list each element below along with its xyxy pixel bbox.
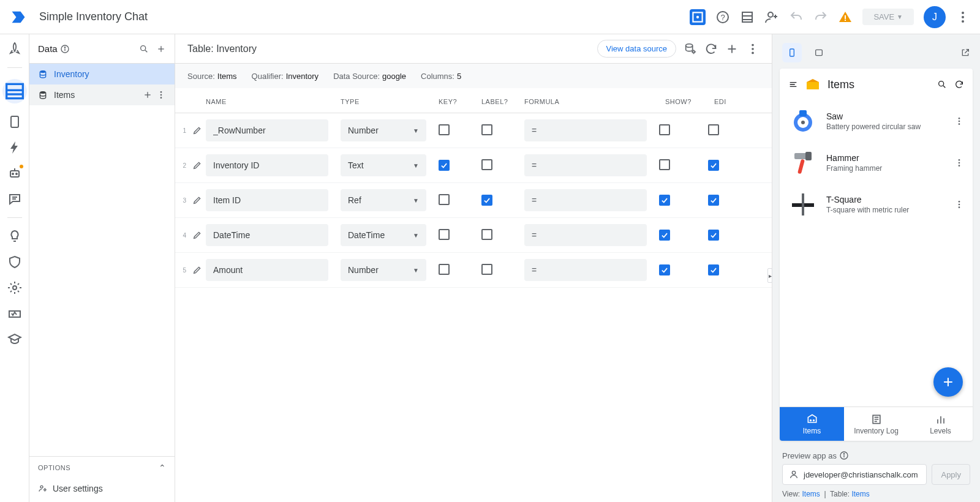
formula-input[interactable] [524, 189, 647, 211]
column-name-input[interactable] [206, 119, 328, 141]
preview-tablet-tab[interactable] [809, 43, 829, 62]
app-menu-icon[interactable] [788, 80, 798, 89]
apply-button[interactable]: Apply [932, 464, 970, 485]
warning-icon[interactable] [838, 10, 853, 24]
checkbox[interactable] [708, 195, 719, 206]
list-item[interactable]: HammerFraming hammer [780, 142, 973, 184]
checkbox[interactable] [659, 124, 670, 135]
item-more-icon[interactable] [954, 158, 964, 168]
checkbox[interactable] [659, 230, 670, 241]
rail-manage-icon[interactable] [7, 306, 22, 321]
edit-icon[interactable] [189, 126, 206, 135]
user-settings[interactable]: User settings [29, 479, 175, 502]
column-type-select[interactable]: Text▼ [341, 154, 426, 176]
checkbox[interactable] [659, 159, 670, 170]
checkbox[interactable] [439, 194, 450, 205]
rail-data-icon[interactable] [2, 79, 27, 103]
undo-icon[interactable] [789, 10, 804, 24]
formula-input[interactable] [524, 224, 647, 246]
rail-chat-icon[interactable] [7, 192, 22, 206]
svg-point-88 [843, 454, 844, 454]
panel-expander[interactable]: ▸ [767, 268, 772, 283]
present-icon[interactable] [690, 9, 706, 25]
svg-point-48 [752, 43, 754, 46]
more-icon[interactable] [156, 90, 166, 100]
refresh-icon[interactable] [704, 42, 718, 56]
checkbox[interactable] [439, 124, 450, 135]
checkbox[interactable] [439, 160, 450, 171]
more-icon[interactable] [956, 10, 970, 24]
app-refresh-icon[interactable] [954, 80, 964, 89]
checkbox[interactable] [659, 195, 670, 206]
preview-email-input[interactable]: jdeveloper@christianschalk.com [782, 464, 927, 485]
search-icon[interactable] [139, 44, 149, 54]
svg-rect-18 [11, 116, 18, 127]
nav-inventory-log[interactable]: Inventory Log [844, 407, 908, 441]
formula-input[interactable] [524, 119, 647, 141]
view-data-source-button[interactable]: View data source [597, 40, 677, 58]
data-table-items[interactable]: Items [29, 84, 175, 105]
checkbox[interactable] [708, 160, 719, 171]
preview-mobile-tab[interactable] [782, 43, 802, 62]
table-link[interactable]: Items [851, 490, 869, 498]
checkbox[interactable] [439, 229, 450, 240]
edit-icon[interactable] [189, 265, 206, 275]
checkbox[interactable] [659, 264, 670, 275]
column-type-select[interactable]: Ref▼ [341, 189, 426, 211]
list-item[interactable]: T-SquareT-square with metric ruler [780, 184, 973, 225]
item-more-icon[interactable] [954, 116, 964, 126]
table-more-icon[interactable] [746, 42, 760, 56]
data-table-inventory[interactable]: Inventory [29, 64, 175, 84]
options-header[interactable]: OPTIONS⌃ [29, 456, 175, 479]
rail-actions-icon[interactable] [7, 140, 22, 155]
checkbox[interactable] [481, 229, 492, 240]
checkbox[interactable] [481, 159, 492, 170]
rail-security-icon[interactable] [7, 255, 22, 269]
user-avatar[interactable]: J [924, 6, 946, 28]
open-external-icon[interactable] [960, 48, 970, 58]
grid-icon[interactable] [740, 10, 755, 24]
rail-views-icon[interactable] [7, 114, 22, 129]
table-settings-icon[interactable] [684, 42, 697, 56]
nav-levels[interactable]: Levels [908, 407, 973, 441]
rail-intelligence-icon[interactable] [7, 229, 22, 244]
item-more-icon[interactable] [954, 200, 964, 209]
save-button[interactable]: SAVE▼ [862, 9, 914, 25]
add-column-icon[interactable] [725, 42, 739, 56]
rail-deploy-icon[interactable] [7, 42, 22, 56]
column-name-input[interactable] [206, 154, 328, 176]
column-type-select[interactable]: Number▼ [341, 259, 426, 281]
column-type-select[interactable]: Number▼ [341, 119, 426, 141]
column-name-input[interactable] [206, 224, 328, 246]
column-name-input[interactable] [206, 189, 328, 211]
checkbox[interactable] [481, 124, 492, 135]
edit-icon[interactable] [189, 230, 206, 240]
svg-point-74 [959, 201, 960, 203]
add-user-icon[interactable] [764, 10, 779, 24]
list-item[interactable]: SawBattery powered circular saw [780, 100, 973, 142]
checkbox[interactable] [481, 195, 492, 206]
column-type-select[interactable]: DateTime▼ [341, 224, 426, 246]
add-icon[interactable] [143, 90, 153, 100]
formula-input[interactable] [524, 259, 647, 281]
checkbox[interactable] [481, 264, 492, 275]
checkbox[interactable] [708, 124, 719, 135]
svg-point-76 [959, 206, 960, 208]
rail-settings-icon[interactable] [7, 280, 22, 295]
redo-icon[interactable] [813, 10, 828, 24]
column-name-input[interactable] [206, 259, 328, 281]
help-icon[interactable]: ? [715, 10, 730, 24]
add-table-icon[interactable] [156, 44, 166, 54]
fab-add-button[interactable]: + [933, 367, 963, 397]
edit-icon[interactable] [189, 160, 206, 170]
app-search-icon[interactable] [937, 80, 947, 89]
rail-bots-icon[interactable] [7, 166, 22, 181]
edit-icon[interactable] [189, 195, 206, 205]
formula-input[interactable] [524, 154, 647, 176]
checkbox[interactable] [708, 230, 719, 241]
view-link[interactable]: Items [802, 490, 820, 498]
nav-items[interactable]: Items [780, 407, 844, 441]
checkbox[interactable] [708, 264, 719, 275]
checkbox[interactable] [439, 264, 450, 275]
rail-learn-icon[interactable] [7, 332, 22, 347]
